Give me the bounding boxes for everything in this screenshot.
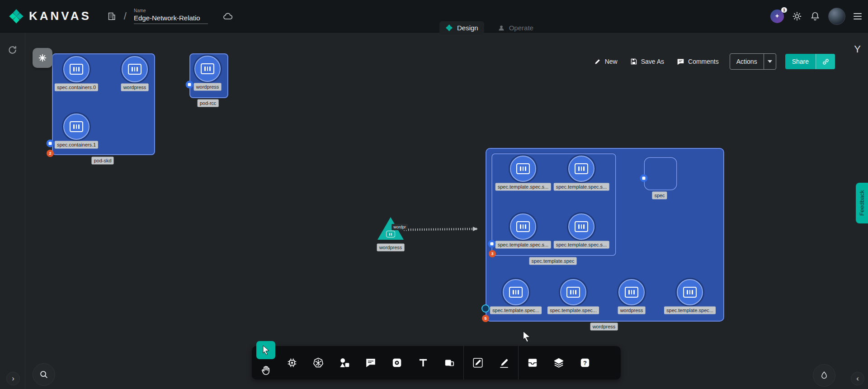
container-icon [516, 221, 530, 232]
circuit-tool[interactable] [279, 346, 305, 380]
edge-service-to-deployment[interactable] [404, 229, 477, 230]
tool-dock: ? [252, 346, 621, 380]
actions-button[interactable]: Actions [730, 53, 776, 70]
tab-operate[interactable]: Operate [496, 21, 535, 34]
new-pencil-icon [594, 58, 601, 65]
rectangle-icon [443, 357, 455, 369]
pencil-icon [472, 357, 484, 369]
k8s-badge [640, 175, 648, 182]
tab-design[interactable]: Design [439, 21, 484, 34]
pod-glyph [188, 83, 191, 86]
design-name-input[interactable]: Edge-Network-Relatio [134, 14, 208, 24]
actions-dropdown-caret[interactable] [764, 54, 776, 69]
comment-tool[interactable] [358, 346, 384, 380]
node-container[interactable] [560, 279, 586, 305]
save-as-button[interactable]: Save As [630, 58, 664, 65]
group-box-spec[interactable] [644, 157, 677, 190]
cloud-sync-icon[interactable] [222, 11, 233, 22]
shapes-icon [339, 357, 350, 369]
design-name-block: Name Edge-Network-Relatio [134, 8, 208, 24]
node-container[interactable] [122, 56, 148, 82]
magnifier-icon [39, 370, 49, 380]
drawer-icon [527, 357, 538, 369]
container-icon [625, 287, 638, 298]
k8s-badge [488, 240, 496, 248]
comments-button[interactable]: Comments [677, 58, 719, 66]
node-container[interactable] [568, 156, 594, 182]
hamburger-menu-icon[interactable] [854, 11, 862, 21]
container-icon [201, 63, 214, 74]
floating-widget-button[interactable] [33, 48, 52, 68]
pen-ruler-tool[interactable] [491, 346, 517, 380]
node-container[interactable] [568, 213, 594, 240]
chevron-down-icon [768, 60, 772, 63]
header-right-icons: 1 [770, 0, 862, 32]
pan-tool[interactable] [256, 361, 275, 380]
chevron-left-icon: ‹ [856, 375, 859, 383]
container-icon [386, 231, 395, 237]
rectangle-tool[interactable] [436, 346, 462, 380]
share-button[interactable]: Share [785, 54, 835, 69]
drawer-tool[interactable] [519, 346, 546, 380]
node-container[interactable] [677, 279, 703, 305]
settings-gear-icon[interactable] [792, 11, 802, 21]
zoom-search-button[interactable] [33, 363, 55, 386]
node-container[interactable] [510, 213, 536, 240]
dock-divider [463, 346, 464, 380]
comment-icon [365, 357, 377, 369]
comments-label: Comments [688, 58, 719, 65]
pod-glyph [491, 242, 494, 246]
name-field-label: Name [134, 8, 208, 13]
node-container[interactable] [194, 56, 221, 82]
group-label-pod-rcc: pod-rcc [198, 100, 219, 107]
node-container[interactable] [63, 56, 90, 82]
kubernetes-tool[interactable] [305, 346, 331, 380]
node-container[interactable] [618, 279, 645, 305]
group-label-wordpress-deployment: wordpress [590, 323, 618, 331]
node-container[interactable] [503, 279, 529, 305]
node-label: spec.containers.0 [55, 84, 98, 91]
design-action-bar: New Save As Comments Actions Share [594, 53, 835, 70]
ink-drop-button[interactable] [813, 364, 835, 387]
brand[interactable]: KANVAS [0, 8, 91, 24]
container-icon [575, 163, 588, 174]
node-label: spec.template.spec.s... [554, 241, 609, 249]
refresh-sync-icon[interactable] [7, 45, 18, 57]
user-avatar[interactable] [828, 8, 845, 25]
share-link-icon[interactable] [816, 54, 835, 69]
pen-ruler-icon [498, 357, 510, 369]
new-button[interactable]: New [594, 58, 618, 65]
mouse-cursor [521, 330, 533, 342]
media-tool[interactable] [384, 346, 410, 380]
layers-tool[interactable] [546, 346, 572, 380]
collapse-right-panel-button[interactable]: ‹ [851, 372, 864, 385]
expand-left-panel-button[interactable]: › [6, 372, 20, 385]
text-tool[interactable] [410, 346, 436, 380]
node-label: wordpress [377, 244, 405, 251]
operate-tab-icon [498, 24, 505, 32]
node-container[interactable] [510, 156, 536, 182]
notifications-bell-icon[interactable] [810, 11, 820, 21]
container-icon [566, 287, 580, 298]
feedback-tab[interactable]: Feedback [856, 183, 868, 223]
save-icon [630, 58, 637, 65]
code-panel-toggle[interactable]: Y [854, 43, 861, 55]
alert-count-badge: 2 [47, 150, 54, 157]
cursor-tool[interactable] [256, 341, 275, 359]
new-label: New [605, 58, 618, 65]
pencil-tool[interactable] [465, 346, 491, 380]
assistant-icon[interactable]: 1 [770, 9, 784, 23]
chevron-right-icon: › [12, 375, 14, 383]
node-container[interactable] [63, 114, 90, 140]
shapes-tool[interactable] [331, 346, 358, 380]
node-label: spec.template.spec... [664, 307, 716, 314]
edge-source-tag: wordpr [392, 224, 408, 230]
app-header: KANVAS / Name Edge-Network-Relatio 1 [0, 0, 868, 33]
circuit-icon [286, 357, 298, 369]
node-label: wordpress [194, 83, 222, 91]
node-label: wordpress [121, 84, 149, 91]
help-tool[interactable]: ? [572, 346, 598, 380]
alert-count-badge: 5 [482, 315, 489, 322]
organization-icon[interactable] [107, 11, 117, 21]
actions-label: Actions [730, 54, 764, 69]
